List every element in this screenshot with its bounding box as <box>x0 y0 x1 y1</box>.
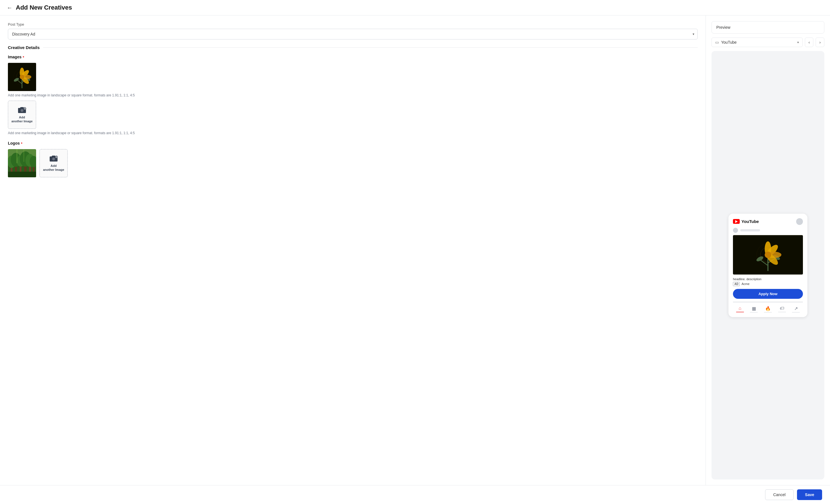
yt-nav-bar-tag <box>778 312 786 312</box>
svg-point-10 <box>20 75 24 79</box>
yt-header: YouTube <box>733 218 803 225</box>
yt-play-triangle <box>735 220 738 223</box>
camera-plus-icon <box>18 106 27 114</box>
prev-button[interactable]: ‹ <box>805 37 813 47</box>
images-field: Images • <box>8 55 698 135</box>
yt-tag-icon: 🏷 <box>780 306 784 311</box>
images-label: Images • <box>8 55 698 60</box>
phone-inner: YouTube <box>728 214 807 317</box>
phone-mockup: YouTube <box>711 51 824 479</box>
platform-name: YouTube <box>721 40 795 44</box>
yt-bottom-nav: ⌂ ▦ 🔥 🏷 <box>733 306 803 313</box>
svg-point-13 <box>21 109 24 112</box>
yt-nav-bar-share <box>792 312 800 313</box>
yt-headline: headline. description <box>733 277 803 281</box>
yt-user-avatar <box>733 228 738 233</box>
add-logo-button[interactable]: Addanother Image <box>39 149 68 177</box>
images-required-dot: • <box>23 55 24 60</box>
add-image-label-1: Addanother Image <box>11 115 32 124</box>
camera-plus-logo-icon <box>49 155 58 163</box>
yt-acme-label: Acme <box>741 282 749 285</box>
post-type-select[interactable]: Discovery Ad Display Ad Video Ad <box>8 29 698 39</box>
svg-point-48 <box>765 251 771 258</box>
yt-play-icon <box>733 219 740 224</box>
logos-label: Logos • <box>8 141 698 146</box>
yt-nav-videos[interactable]: ▦ <box>750 306 758 313</box>
yt-nav-bar-home <box>736 312 744 312</box>
yt-ad-badge: AD <box>733 282 740 286</box>
yt-ad-row: AD Acme <box>733 282 803 286</box>
post-type-field: Post Type Discovery Ad Display Ad Video … <box>8 22 698 39</box>
yt-nav-home[interactable]: ⌂ <box>736 306 744 312</box>
post-type-select-wrapper: Discovery Ad Display Ad Video Ad ▾ <box>8 29 698 39</box>
back-button[interactable]: ← <box>7 4 12 11</box>
yt-logo-row: YouTube <box>733 219 759 224</box>
platform-dropdown-icon: ▾ <box>797 41 799 44</box>
save-button[interactable]: Save <box>797 489 822 500</box>
yt-flame-icon: 🔥 <box>765 306 771 311</box>
footer: Cancel Save <box>0 485 830 504</box>
creative-details-section: Creative Details <box>8 45 698 50</box>
yt-logo-text: YouTube <box>741 219 759 224</box>
creative-details-label: Creative Details <box>8 45 40 50</box>
add-image-button-1[interactable]: Addanother Image <box>8 101 36 129</box>
yt-home-icon: ⌂ <box>739 306 741 311</box>
cancel-button[interactable]: Cancel <box>765 489 794 500</box>
svg-rect-31 <box>8 172 36 177</box>
preview-label: Preview <box>716 25 730 30</box>
yt-nav-bar-videos <box>750 312 758 313</box>
svg-point-34 <box>52 158 55 160</box>
platform-monitor-icon: ▭ <box>715 40 719 44</box>
yt-avatar <box>796 218 803 225</box>
logos-row: Addanother Image <box>8 149 698 177</box>
page-header: ← Add New Creatives <box>0 0 830 15</box>
svg-rect-32 <box>17 149 18 163</box>
yt-videos-icon: ▦ <box>752 306 756 311</box>
logos-required-dot: • <box>21 141 23 146</box>
yt-share-icon: ↗ <box>794 306 798 311</box>
images-hint: Add one marketing image in landscape or … <box>8 93 698 97</box>
images-hint-2: Add one marketing image in landscape or … <box>8 131 698 135</box>
next-button[interactable]: › <box>816 37 824 47</box>
yt-progress-bar <box>733 302 803 302</box>
add-logo-label: Addanother Image <box>43 164 64 172</box>
yt-ad-image <box>733 235 803 274</box>
svg-rect-33 <box>24 149 24 162</box>
logos-field: Logos • <box>8 141 698 177</box>
right-panel: Preview ▭ YouTube ▾ ‹ › <box>706 15 830 485</box>
left-panel: Post Type Discovery Ad Display Ad Video … <box>0 15 706 485</box>
yt-nav-tag[interactable]: 🏷 <box>778 306 786 312</box>
yt-nav-flame[interactable]: 🔥 <box>764 306 772 313</box>
forest-image-thumb[interactable] <box>8 149 36 177</box>
yt-user-name-placeholder <box>740 229 760 231</box>
flower-image-thumb[interactable] <box>8 63 36 91</box>
preview-box: Preview <box>711 21 824 34</box>
yt-nav-share[interactable]: ↗ <box>792 306 800 313</box>
apply-now-button[interactable]: Apply Now <box>733 289 803 299</box>
platform-selector[interactable]: ▭ YouTube ▾ <box>711 37 803 47</box>
yt-user-row <box>733 228 803 233</box>
platform-row: ▭ YouTube ▾ ‹ › <box>711 37 824 47</box>
page-title: Add New Creatives <box>16 4 72 11</box>
post-type-label: Post Type <box>8 22 698 27</box>
yt-nav-bar-flame <box>764 312 772 313</box>
